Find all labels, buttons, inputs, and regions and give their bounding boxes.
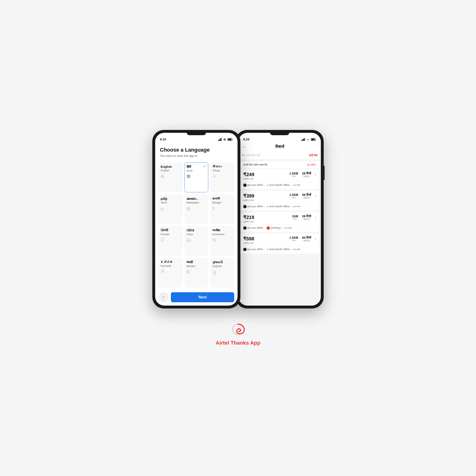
svg-rect-9 (303, 138, 304, 141)
lang-card-marathi[interactable]: मराठी Marathi म (185, 258, 208, 288)
side-button (324, 166, 325, 180)
plan-benefits-598: Z मुफ्त Zee5 प्रीमियम | ✗ एयरटेल एक्सट्र… (243, 246, 316, 251)
svg-rect-3 (221, 138, 221, 141)
lang-card-bengali[interactable]: বাংলালী Bengali ব (210, 194, 234, 224)
lang-english-marathi: Marathi (187, 265, 206, 268)
benefit-zee5-249: Z मुफ्त Zee5 प्रीमियम (243, 184, 263, 187)
next-button[interactable]: Next (171, 292, 234, 302)
plan-price-sub-249: असीमित कॉल (243, 178, 254, 180)
lang-english-assamese: Assamese (212, 233, 232, 236)
plan-top-219: ₹219 असीमित कॉल 1GB /दिन 28 दिनों (243, 214, 316, 223)
all-packs-link[interactable]: सभी पैक (309, 154, 318, 157)
phone-left: 6:23 (152, 130, 240, 308)
lang-native-oriya: ଓଡ଼ିଆ (187, 228, 206, 232)
recharge-topbar: ← रीचार्ज (238, 142, 321, 152)
status-time-left: 6:23 (160, 137, 166, 141)
plan-validity-598: 84 दिनों वैलिडिटी (302, 236, 311, 242)
airtel-app-name: Airtel Thanks App (216, 340, 260, 346)
language-screen: Choose a Language You want to view the a… (155, 142, 238, 306)
benefit-airtel-598: ✗ एयरटेल एक्सट्रीम प्रीमियम (267, 248, 290, 251)
logo-section: Airtel Thanks App (216, 323, 260, 346)
plan-price-sub-219: असीमित कॉल (243, 221, 254, 223)
lang-card-hindi[interactable]: हिंदी Hindi क ✓ (185, 162, 208, 192)
lang-english-punjabi: Punjabi (161, 233, 180, 236)
back-arrow-button[interactable]: ← (242, 144, 247, 150)
plan-card-219[interactable]: ₹219 असीमित कॉल 1GB /दिन 28 दिनों (240, 212, 319, 232)
plan-validity-399: 56 दिनों वैलिडिटी (302, 193, 311, 200)
status-icons-left (218, 138, 233, 141)
recharge-screen: ← रीचार्ज पैक का चयन करें सभी पैक आपके ल… (238, 142, 321, 306)
lang-header: Choose a Language You want to view the a… (155, 142, 238, 160)
plan-benefits-399: Z मुफ्त Zee5 प्रीमियम | ✗ एयरटेल एक्सट्र… (243, 203, 316, 208)
plan-card-598[interactable]: ₹598 असीमित कॉल 1.5GB /दिन 84 दिनों (240, 234, 319, 254)
lang-english-bengali: Bengali (212, 201, 232, 204)
lang-card-oriya[interactable]: ଓଡ଼ିଆ Oriya ଉ (185, 226, 208, 256)
plan-card-249[interactable]: ₹249 असीमित कॉल 1.5GB /दिन 28 दिनों (240, 169, 319, 189)
plan-arrow-598: › (315, 237, 316, 241)
plan-arrow-219: › (315, 215, 316, 219)
status-bar-left: 6:23 (155, 136, 238, 142)
check-icon-hindi: ✓ (203, 165, 206, 168)
lang-card-telugu[interactable]: తెలుగు Telugu థ (210, 162, 234, 192)
benefit-airtel-399: ✗ एयरटेल एक्सट्रीम प्रीमियम (267, 205, 290, 208)
benefit-hellotune-219: ♪ मुफ्त हैलोट्यून (267, 226, 281, 230)
lang-letter-tamil: த (161, 205, 180, 212)
svg-rect-2 (220, 138, 221, 141)
lang-native-assamese: অসমীয়া (212, 228, 232, 232)
plan-validity-249: 28 दिनों वैलिडिटी (302, 171, 311, 178)
plan-data-validity-399: 1.5GB /दिन 56 दिनों वैलिडिटी › (289, 193, 316, 200)
lang-letter-assamese: অ (212, 237, 232, 243)
svg-rect-0 (218, 140, 219, 141)
plan-data-219: 1GB /दिन (292, 214, 298, 221)
lang-native-english: English (161, 165, 180, 169)
zee5-icon: Z (243, 184, 247, 187)
offer-banner: आपके लिए सबसे अच्छा पैक ऑफर (240, 161, 319, 168)
lang-bottom-bar: ↑ Next (155, 290, 238, 306)
plan-price-section-249: ₹249 असीमित कॉल (243, 171, 254, 180)
offer-text: आपके लिए सबसे अच्छा पैक (243, 163, 268, 166)
plan-price-249: ₹249 (243, 171, 254, 177)
plan-price-section-219: ₹219 असीमित कॉल (243, 214, 254, 223)
lang-native-tamil: தமிழ் (161, 197, 180, 201)
status-icons-right (301, 138, 316, 141)
zee5-icon-399: Z (243, 205, 247, 208)
benefit-airtel-249: ✗ एयरटेल एक्सट्रीम प्रीमियम (267, 184, 290, 187)
phone-left-screen: 6:23 (155, 133, 238, 306)
plan-price-598: ₹598 (243, 236, 254, 241)
airtel-brand: Airtel (216, 340, 230, 346)
phone-right: 6:23 (236, 130, 324, 308)
plan-arrow-399: › (315, 194, 316, 198)
plan-price-399: ₹399 (243, 193, 254, 199)
plan-data-validity-219: 1GB /दिन 28 दिनों वैलिडिटी › (292, 214, 316, 221)
lang-card-gujarati[interactable]: ગુજરાતી Gujarati ગુ (210, 258, 234, 288)
lang-english-kannada: Kannada (161, 264, 180, 267)
lang-letter-kannada: ಕ (161, 269, 180, 275)
lang-card-malayalam[interactable]: മലയാ... Malayalam മ (185, 194, 208, 224)
battery-icon (227, 138, 233, 141)
search-placeholder[interactable]: पैक का चयन करें (242, 153, 260, 157)
offer-badge: ऑफर (307, 163, 316, 166)
svg-rect-12 (311, 139, 314, 140)
benefit-zee5-598: Z मुफ्त Zee5 प्रीमियम (243, 248, 263, 251)
hellotune-icon: ♪ (267, 226, 270, 230)
lang-card-assamese[interactable]: অসমীয়া Assamese অ (210, 226, 234, 256)
lang-card-english[interactable]: English English A (158, 162, 183, 192)
plan-top-249: ₹249 असीमित कॉल 1.5GB /दिन 28 दिनों (243, 171, 316, 180)
lang-native-kannada: ಕನ್ನಡ (161, 260, 180, 264)
thanks-text: Thanks App (231, 340, 260, 346)
lang-letter-malayalam: മ (187, 205, 206, 212)
svg-rect-13 (315, 139, 316, 140)
lang-native-telugu: తెలుగు (212, 165, 232, 169)
wifi-icon (223, 138, 227, 141)
lang-card-kannada[interactable]: ಕನ್ನಡ Kannada ಕ (158, 258, 183, 288)
plan-card-399[interactable]: ₹399 असीमित कॉल 1.5GB /दिन 56 दिनों (240, 191, 319, 211)
plan-data-validity-249: 1.5GB /दिन 28 दिनों वैलिडिटी › (289, 171, 316, 178)
lang-card-punjabi[interactable]: ਪੰਜਾਬੀ Punjabi ਪੰ (158, 226, 183, 256)
plan-data-598: 1.5GB /दिन (289, 236, 298, 242)
scroll-up-button[interactable]: ↑ (158, 292, 169, 302)
lang-card-tamil[interactable]: தமிழ் Tamil த (158, 194, 183, 224)
wifi-icon-right (306, 138, 310, 141)
lang-english-oriya: Oriya (187, 233, 206, 236)
plan-price-219: ₹219 (243, 214, 254, 220)
lang-english-malayalam: Malayalam (187, 201, 206, 204)
